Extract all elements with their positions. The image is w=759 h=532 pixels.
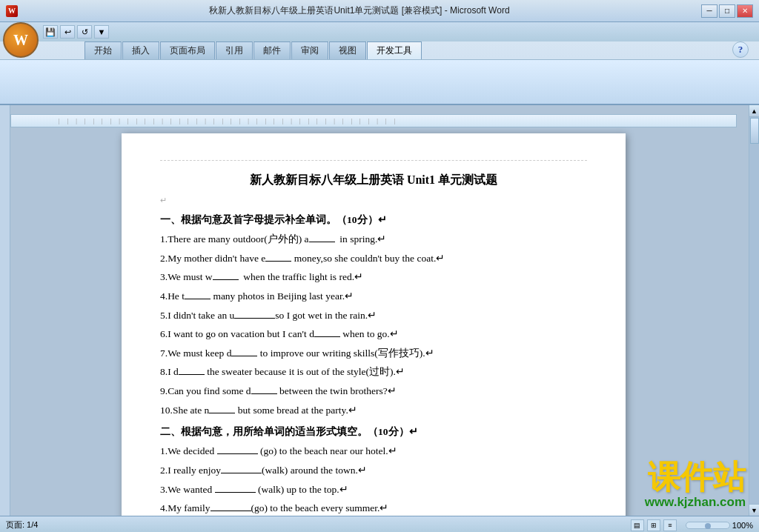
scroll-up-button[interactable]: ▲	[749, 105, 760, 117]
status-bar: 页面: 1/4 ▤ ⊞ ≡ 100%	[0, 516, 759, 532]
section1-header: 一、根据句意及首字母提示补全单词。（10分）↵	[160, 211, 587, 229]
tab-layout[interactable]: 页面布局	[160, 41, 215, 59]
s1-line2: 2.My mother didn't have e money,so she c…	[160, 250, 587, 267]
tab-insert[interactable]: 插入	[122, 41, 159, 59]
window-title: 秋新人教新目标八年级上册英语Unit1单元测试题 [兼容模式] - Micros…	[18, 4, 701, 17]
s2-line2: 2.I really enjoy(walk) around the town.↵	[160, 462, 587, 479]
section2-header: 二、根据句意，用所给单词的适当形式填空。（10分）↵	[160, 423, 587, 441]
scroll-track[interactable]	[749, 117, 759, 504]
view-fullscreen-button[interactable]: ⊞	[647, 519, 660, 531]
tab-view[interactable]: 视图	[329, 41, 366, 59]
tab-developer[interactable]: 开发工具	[367, 41, 422, 59]
s2-line3: 3.We wanted (walk) up to the top.↵	[160, 481, 587, 499]
right-scrollbar[interactable]: ▲ ▼	[749, 105, 759, 516]
zoom-level: 100%	[732, 521, 753, 530]
help-icon[interactable]: ?	[732, 41, 749, 58]
view-read-button[interactable]: ≡	[663, 519, 677, 531]
ruler: | | | | | | | | | | | | | | | | | | | | …	[10, 114, 737, 127]
minimize-button[interactable]: ─	[701, 4, 717, 18]
title-bar: W 秋新人教新目标八年级上册英语Unit1单元测试题 [兼容模式] - Micr…	[0, 0, 759, 22]
view-print-button[interactable]: ▤	[631, 519, 644, 531]
s2-line1: 1.We decided (go) to the beach near our …	[160, 442, 587, 460]
quick-access-toolbar: W 💾 ↩ ↺ ▼	[0, 22, 759, 41]
s1-line4: 4.He t many photos in Beijing last year.…	[160, 287, 587, 305]
zoom-slider[interactable]	[686, 522, 730, 529]
ribbon-label	[6, 81, 12, 84]
save-quickaccess-button[interactable]: 💾	[43, 25, 58, 39]
tab-mail[interactable]: 邮件	[253, 41, 291, 59]
left-margin-bar	[0, 105, 10, 516]
document-page: 新人教新目标八年级上册英语 Unit1 单元测试题 ↵ 一、根据句意及首字母提示…	[122, 133, 626, 516]
ribbon: W 💾 ↩ ↺ ▼ 开始 插入 页面布局 引用 邮件 审阅 视图 开发工具 ?	[0, 22, 759, 105]
word-icon: W	[6, 5, 18, 17]
scroll-down-button[interactable]: ▼	[749, 504, 760, 516]
s1-line5: 5.I didn't take an uso I got wet in the …	[160, 307, 587, 325]
tab-references[interactable]: 引用	[216, 41, 253, 59]
zoom-control: 100%	[686, 521, 753, 530]
page-count: 页面: 1/4	[6, 519, 38, 531]
s1-line7: 7.We must keep d to improve our writing …	[160, 345, 587, 362]
office-button[interactable]: W	[3, 22, 39, 58]
redo-button[interactable]: ↺	[77, 25, 92, 39]
zoom-thumb	[705, 523, 711, 529]
para-mark-title: ↵	[160, 193, 587, 208]
maximize-button[interactable]: □	[719, 4, 735, 18]
s1-line8: 8.I d the sweater because it is out of t…	[160, 363, 587, 381]
s2-line4: 4.My family(go) to the beach every summe…	[160, 499, 587, 516]
window-controls[interactable]: ─ □ ✕	[701, 4, 753, 18]
view-buttons: ▤ ⊞ ≡	[631, 519, 677, 531]
ruler-marks: | | | | | | | | | | | | | | | | | | | | …	[14, 118, 398, 124]
s1-line6: 6.I want to go on vacation but I can't d…	[160, 325, 587, 343]
s1-line10: 10.She ate n but some bread at the party…	[160, 402, 587, 419]
s1-line3: 3.We must w when the traffic light is re…	[160, 268, 587, 286]
customize-quickaccess-button[interactable]: ▼	[94, 25, 109, 39]
tab-review[interactable]: 审阅	[291, 41, 328, 59]
office-logo: W	[13, 32, 28, 49]
doc-title: 新人教新目标八年级上册英语 Unit1 单元测试题	[160, 170, 587, 190]
undo-button[interactable]: ↩	[60, 25, 75, 39]
close-button[interactable]: ✕	[737, 4, 753, 18]
s1-line1: 1.There are many outdoor(户外的) a in sprin…	[160, 230, 587, 248]
tab-start[interactable]: 开始	[84, 41, 122, 59]
ribbon-content	[0, 59, 759, 104]
title-bar-left: W	[6, 5, 18, 17]
document-scroll-area[interactable]: | | | | | | | | | | | | | | | | | | | | …	[10, 105, 749, 516]
ribbon-group-xml	[6, 81, 12, 84]
main-area: | | | | | | | | | | | | | | | | | | | | …	[0, 105, 759, 516]
top-margin-line	[160, 160, 587, 161]
s1-line9: 9.Can you find some d between the twin b…	[160, 382, 587, 400]
ribbon-tabs: 开始 插入 页面布局 引用 邮件 审阅 视图 开发工具 ?	[0, 41, 759, 59]
scroll-thumb[interactable]	[750, 118, 759, 144]
